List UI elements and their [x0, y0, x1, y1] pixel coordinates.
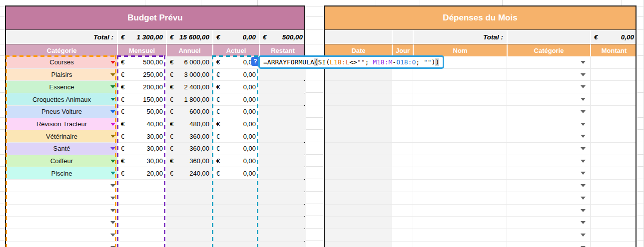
- nom-cell[interactable]: [413, 118, 507, 130]
- montant-cell[interactable]: [591, 106, 638, 118]
- montant-cell[interactable]: [591, 93, 638, 105]
- montant-cell[interactable]: [591, 69, 638, 81]
- dropdown-arrow-icon[interactable]: [581, 160, 586, 163]
- nom-cell[interactable]: [413, 155, 507, 167]
- dropdown-arrow-icon[interactable]: [581, 85, 586, 88]
- budget-category-row: Révision Tracteur€40,00€480,00€0,00: [6, 118, 304, 131]
- gridline: [0, 105, 5, 105]
- montant-cell[interactable]: [591, 130, 638, 142]
- categorie-dropdown-cell[interactable]: [507, 118, 591, 130]
- categorie-dropdown-cell[interactable]: [6, 192, 117, 204]
- categorie-dropdown-cell[interactable]: [507, 242, 591, 247]
- categorie-dropdown-cell[interactable]: Pneus Voiture: [6, 106, 117, 118]
- montant-cell[interactable]: [591, 167, 638, 179]
- categorie-dropdown-cell[interactable]: [507, 229, 591, 241]
- nom-cell[interactable]: [413, 143, 507, 155]
- categorie-dropdown-cell[interactable]: [507, 106, 591, 118]
- nom-cell[interactable]: [413, 217, 507, 229]
- date-cell[interactable]: [325, 155, 392, 167]
- categorie-dropdown-cell[interactable]: [507, 205, 591, 217]
- categorie-dropdown-cell[interactable]: [6, 180, 117, 192]
- montant-cell[interactable]: [591, 81, 638, 93]
- date-cell[interactable]: [325, 192, 392, 204]
- categorie-dropdown-cell[interactable]: [6, 229, 117, 241]
- dropdown-arrow-icon[interactable]: [581, 184, 586, 187]
- categorie-dropdown-cell[interactable]: [6, 205, 117, 217]
- dropdown-arrow-icon[interactable]: [581, 110, 586, 113]
- date-cell[interactable]: [325, 167, 392, 179]
- dropdown-arrow-icon[interactable]: [581, 209, 586, 212]
- dropdown-arrow-icon[interactable]: [581, 221, 586, 224]
- montant-cell[interactable]: [591, 229, 638, 241]
- categorie-dropdown-cell[interactable]: Essence: [6, 81, 117, 93]
- date-cell[interactable]: [325, 106, 392, 118]
- nom-cell[interactable]: [413, 93, 507, 105]
- montant-cell[interactable]: [591, 192, 638, 204]
- categorie-dropdown-cell[interactable]: [507, 81, 591, 93]
- date-cell[interactable]: [325, 93, 392, 105]
- nom-cell[interactable]: [413, 69, 507, 81]
- dropdown-arrow-icon[interactable]: [581, 73, 586, 76]
- montant-cell[interactable]: [591, 143, 638, 155]
- date-cell[interactable]: [325, 205, 392, 217]
- categorie-dropdown-cell[interactable]: Piscine: [6, 167, 117, 179]
- categorie-dropdown-cell[interactable]: Coiffeur: [6, 155, 117, 167]
- montant-cell[interactable]: [591, 155, 638, 167]
- dropdown-arrow-icon[interactable]: [581, 123, 586, 126]
- nom-cell[interactable]: [413, 242, 507, 247]
- categorie-dropdown-cell[interactable]: Santé: [6, 143, 117, 155]
- categorie-dropdown-cell[interactable]: [507, 93, 591, 105]
- dropdown-arrow-icon[interactable]: [581, 61, 586, 64]
- montant-cell[interactable]: [591, 118, 638, 130]
- categorie-dropdown-cell[interactable]: [507, 143, 591, 155]
- categorie-dropdown-cell[interactable]: Croquettes Animaux: [6, 93, 117, 105]
- categorie-dropdown-cell[interactable]: Vétérinaire: [6, 130, 117, 142]
- date-cell[interactable]: [325, 69, 392, 81]
- categorie-dropdown-cell[interactable]: [507, 217, 591, 229]
- montant-cell[interactable]: [591, 205, 638, 217]
- nom-cell[interactable]: [413, 130, 507, 142]
- date-cell[interactable]: [325, 217, 392, 229]
- categorie-dropdown-cell[interactable]: [6, 217, 117, 229]
- categorie-dropdown-cell[interactable]: [6, 242, 117, 247]
- date-cell[interactable]: [325, 242, 392, 247]
- dropdown-arrow-icon[interactable]: [581, 135, 586, 138]
- categorie-dropdown-cell[interactable]: [507, 155, 591, 167]
- categorie-dropdown-cell[interactable]: [507, 192, 591, 204]
- categorie-dropdown-cell[interactable]: [507, 167, 591, 179]
- date-cell[interactable]: [325, 130, 392, 142]
- nom-cell[interactable]: [413, 205, 507, 217]
- nom-cell[interactable]: [413, 180, 507, 192]
- formula-segment: L18:L: [330, 58, 349, 66]
- dropdown-arrow-icon[interactable]: [581, 234, 586, 237]
- montant-cell[interactable]: [591, 242, 638, 247]
- montant-cell[interactable]: [591, 180, 638, 192]
- dropdown-arrow-icon[interactable]: [581, 172, 586, 175]
- categorie-dropdown-cell[interactable]: [507, 69, 591, 81]
- formula-segment: ;: [416, 58, 424, 66]
- date-cell[interactable]: [325, 81, 392, 93]
- date-cell[interactable]: [325, 180, 392, 192]
- dropdown-arrow-icon[interactable]: [581, 98, 586, 101]
- montant-cell[interactable]: [591, 56, 638, 68]
- categorie-dropdown-cell[interactable]: Plaisirs: [6, 69, 117, 81]
- date-cell[interactable]: [325, 143, 392, 155]
- nom-cell[interactable]: [413, 81, 507, 93]
- restant-cell: [259, 118, 306, 130]
- categorie-dropdown-cell[interactable]: [507, 56, 591, 68]
- categorie-dropdown-cell[interactable]: [507, 130, 591, 142]
- nom-cell[interactable]: [413, 167, 507, 179]
- categorie-dropdown-cell[interactable]: Révision Tracteur: [6, 118, 117, 130]
- date-cell[interactable]: [325, 229, 392, 241]
- montant-cell[interactable]: [591, 217, 638, 229]
- expenses-col-header-categorie: Catégorie: [507, 44, 591, 56]
- date-cell[interactable]: [325, 118, 392, 130]
- money-cell: €360,00: [166, 155, 213, 167]
- nom-cell[interactable]: [413, 192, 507, 204]
- dropdown-arrow-icon[interactable]: [581, 197, 586, 200]
- categorie-dropdown-cell[interactable]: Courses: [6, 56, 117, 68]
- nom-cell[interactable]: [413, 106, 507, 118]
- nom-cell[interactable]: [413, 229, 507, 241]
- categorie-dropdown-cell[interactable]: [507, 180, 591, 192]
- dropdown-arrow-icon[interactable]: [581, 147, 586, 150]
